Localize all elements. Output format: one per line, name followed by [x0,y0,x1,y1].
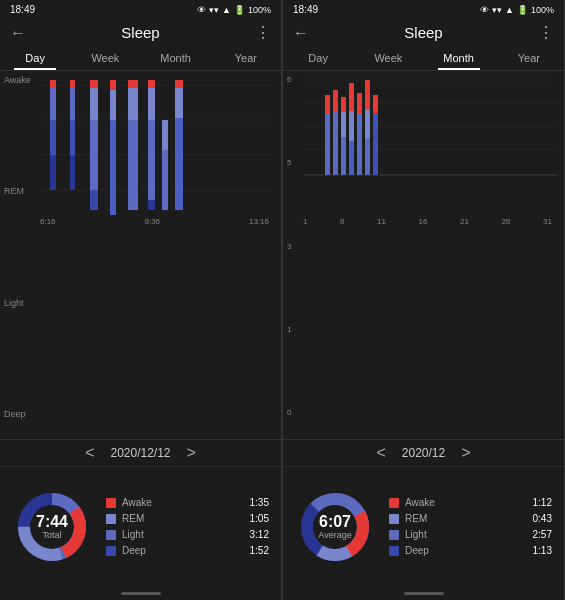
left-status-bar: 18:49 👁 ▾▾ ▲ 🔋 100% [0,0,281,19]
right-y-labels: 6 5 3 1 0 [287,75,291,417]
left-summary-area: 7:44 Total Awake 1:35 REM 1:05 Light 3:1… [0,466,281,586]
right-summary-area: 6:07 Average Awake 1:12 REM 0:43 Light 2… [283,466,564,586]
svg-rect-29 [175,88,183,118]
right-status-bar: 18:49 👁 ▾▾ ▲ 🔋 100% [283,0,564,19]
awake-dot [106,498,116,508]
left-awake-value: 1:35 [250,497,269,508]
left-legend-light: Light 3:12 [106,529,269,540]
left-light-value: 3:12 [250,529,269,540]
svg-rect-10 [70,120,75,155]
left-total-label: Total [36,530,68,540]
left-legend-deep: Deep 1:52 [106,545,269,556]
svg-rect-46 [341,112,346,137]
right-light-dot [389,530,399,540]
svg-rect-43 [333,112,338,175]
right-header: ← Sleep ⋮ [283,19,564,46]
right-avg-time: 6:07 [318,513,351,531]
battery-icon: 🔋 [234,5,245,15]
right-tabs: Day Week Month Year [283,46,564,71]
left-day-chart [40,75,275,215]
svg-rect-49 [349,111,354,141]
right-home-indicator [283,586,564,600]
right-rem-value: 0:43 [533,513,552,524]
eye-icon: 👁 [197,5,206,15]
svg-rect-8 [70,80,75,88]
svg-rect-20 [128,88,138,120]
left-donut-center: 7:44 Total [36,513,68,541]
right-prev-arrow[interactable]: < [376,444,385,462]
left-next-arrow[interactable]: > [187,444,196,462]
svg-rect-7 [50,155,56,190]
left-legend-awake: Awake 1:35 [106,497,269,508]
left-header: ← Sleep ⋮ [0,19,281,46]
svg-rect-11 [70,155,75,190]
light-dot [106,530,116,540]
right-tab-year[interactable]: Year [494,46,564,70]
svg-rect-15 [90,190,98,210]
right-tab-week[interactable]: Week [353,46,423,70]
left-back-button[interactable]: ← [10,24,26,42]
left-date-nav: < 2020/12/12 > [0,439,281,466]
right-phone-panel: 18:49 👁 ▾▾ ▲ 🔋 100% ← Sleep ⋮ Day Week M… [283,0,565,600]
left-home-bar [121,592,161,595]
right-signal-icon: ▾▾ [492,5,502,15]
deep-dot [106,546,116,556]
right-donut-center: 6:07 Average [318,513,351,541]
svg-rect-44 [341,97,346,112]
left-phone-panel: 18:49 👁 ▾▾ ▲ 🔋 100% ← Sleep ⋮ Day Week M… [0,0,282,600]
svg-rect-13 [90,88,98,120]
right-legend-awake: Awake 1:12 [389,497,552,508]
right-home-bar [404,592,444,595]
svg-rect-16 [110,80,116,90]
svg-rect-19 [128,80,138,88]
svg-rect-5 [50,88,56,120]
right-time: 18:49 [293,4,318,15]
left-rem-value: 1:05 [250,513,269,524]
rem-dot [106,514,116,524]
right-battery-icon: 🔋 [517,5,528,15]
left-tab-month[interactable]: Month [141,46,211,70]
right-legend-light: Light 2:57 [389,529,552,540]
left-tab-day[interactable]: Day [0,46,70,70]
left-tab-year[interactable]: Year [211,46,281,70]
svg-rect-21 [128,120,138,210]
svg-rect-28 [175,80,183,88]
left-prev-arrow[interactable]: < [85,444,94,462]
right-wifi-icon: ▲ [505,5,514,15]
svg-rect-41 [325,113,330,175]
left-time: 18:49 [10,4,35,15]
right-tab-month[interactable]: Month [424,46,494,70]
right-legend-deep: Deep 1:13 [389,545,552,556]
battery-pct: 100% [248,5,271,15]
right-chart-area: 6 5 3 1 0 [283,71,564,439]
svg-rect-40 [325,95,330,113]
right-eye-icon: 👁 [480,5,489,15]
left-legend: Awake 1:35 REM 1:05 Light 3:12 Deep 1:52 [106,497,269,556]
right-rem-dot [389,514,399,524]
right-deep-dot [389,546,399,556]
svg-rect-52 [365,80,370,110]
signal-icon: ▾▾ [209,5,219,15]
right-tab-day[interactable]: Day [283,46,353,70]
svg-rect-54 [365,110,370,138]
svg-rect-22 [148,80,155,88]
svg-rect-47 [349,83,354,111]
svg-rect-50 [357,93,362,113]
right-date-nav: < 2020/12 > [283,439,564,466]
svg-rect-18 [110,120,116,215]
left-chart-area: Awake REM Light Deep [0,71,281,439]
right-back-button[interactable]: ← [293,24,309,42]
left-donut-chart: 7:44 Total [12,487,92,567]
left-total-time: 7:44 [36,513,68,531]
left-tab-week[interactable]: Week [70,46,140,70]
wifi-icon: ▲ [222,5,231,15]
svg-rect-30 [175,118,183,210]
svg-rect-51 [357,113,362,175]
right-more-button[interactable]: ⋮ [538,23,554,42]
right-next-arrow[interactable]: > [461,444,470,462]
left-tabs: Day Week Month Year [0,46,281,71]
left-deep-value: 1:52 [250,545,269,556]
svg-rect-17 [110,90,116,120]
svg-rect-24 [148,120,155,200]
left-more-button[interactable]: ⋮ [255,23,271,42]
